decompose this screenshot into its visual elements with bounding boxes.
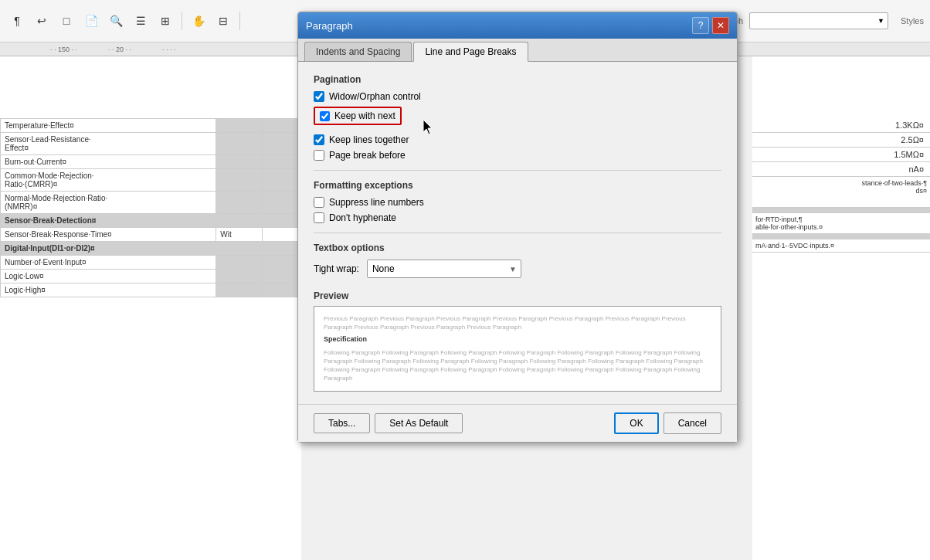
dialog-help-button[interactable]: ?: [692, 17, 709, 34]
preview-label: Preview: [314, 290, 721, 301]
dialog-tabs: Indents and Spacing Line and Page Breaks: [298, 39, 737, 62]
page-break-before-row: Page break before: [314, 150, 721, 161]
suppress-line-numbers-label[interactable]: Suppress line numbers: [329, 197, 424, 208]
preview-following-para: Following Paragraph Following Paragraph …: [324, 348, 711, 383]
table-cell: [216, 133, 263, 155]
right-values-container: 1.3KΩ¤ 2.5Ω¤ 1.5MΩ¤ nA¤ stance·of·two·le…: [752, 118, 930, 253]
widow-orphan-row: Widow/Orphan control: [314, 91, 721, 102]
toolbar-undo-btn[interactable]: ↩: [31, 10, 53, 32]
section-divider-2: [314, 232, 721, 233]
section-divider-1: [314, 170, 721, 171]
table-row: Logic·Low¤: [1, 270, 301, 283]
preview-main-text: Specification: [324, 334, 711, 345]
table-row: Temperature·Effect¤: [1, 119, 301, 133]
keep-lines-together-row: Keep lines together: [314, 134, 721, 145]
tab-indents-spacing[interactable]: Indents and Spacing: [304, 42, 412, 61]
table-cell: [263, 270, 301, 283]
paragraph-dialog: Paragraph ? ✕ Indents and Spacing Line a…: [297, 12, 738, 443]
toolbar-new-btn[interactable]: 📄: [80, 10, 102, 32]
table-row: Logic·High¤: [1, 283, 301, 297]
tabs-button[interactable]: Tabs...: [314, 413, 370, 433]
toolbar-grid-btn[interactable]: ⊟: [212, 10, 234, 32]
suppress-line-numbers-row: Suppress line numbers: [314, 197, 721, 208]
toolbar-paragraph-btn[interactable]: ¶: [6, 10, 28, 32]
ok-button[interactable]: OK: [614, 412, 658, 434]
table-cell: [216, 270, 263, 283]
table-cell: Sensor·Lead·Resistance·Effect¤: [1, 133, 216, 155]
table-cell: Logic·High¤: [1, 283, 216, 297]
toolbar-list-btn[interactable]: ☰: [130, 10, 151, 32]
table-cell: [216, 192, 263, 214]
widow-orphan-checkbox[interactable]: [314, 91, 324, 102]
right-value-row: stance·of·two·leads·¶ds¤: [752, 177, 930, 208]
toolbar-separator: [182, 12, 182, 30]
table-cell: [263, 119, 301, 133]
toolbar-separator-2: [239, 12, 240, 30]
table-cell: [263, 133, 301, 155]
page-break-before-label[interactable]: Page break before: [329, 150, 406, 161]
tight-wrap-row: Tight wrap: None All First and last only…: [314, 260, 721, 278]
tight-wrap-select[interactable]: None All First and last only First only …: [367, 260, 521, 278]
suppress-line-numbers-checkbox[interactable]: [314, 197, 324, 208]
table-cell: Common·Mode·Rejection·Ratio·(CMRR)¤: [1, 169, 216, 192]
preview-section: Preview Previous Paragraph Previous Para…: [314, 290, 721, 392]
tab-line-page-breaks[interactable]: Line and Page Breaks: [413, 42, 528, 62]
toolbar-table-btn[interactable]: ⊞: [154, 10, 176, 32]
paragraph-select[interactable]: ▼: [749, 12, 888, 29]
dialog-close-button[interactable]: ✕: [712, 17, 729, 34]
table-row: Sensor·Lead·Resistance·Effect¤: [1, 133, 301, 155]
table-row: Burn-out·Current¤: [1, 155, 301, 169]
dont-hyphenate-label[interactable]: Don't hyphenate: [329, 212, 396, 223]
toolbar-styles-label: Styles: [901, 16, 924, 25]
table-cell: [263, 192, 301, 214]
table-cell: [263, 169, 301, 192]
dialog-title: Paragraph: [306, 20, 353, 32]
table-cell: [216, 169, 263, 192]
keep-with-next-checkbox[interactable]: [320, 111, 330, 121]
table-cell: Sensor·Break·Response·Time¤: [1, 228, 216, 242]
tight-wrap-label: Tight wrap:: [314, 263, 359, 274]
keep-with-next-label[interactable]: Keep with next: [334, 110, 395, 121]
tight-wrap-select-wrapper: None All First and last only First only …: [367, 260, 521, 278]
dont-hyphenate-checkbox[interactable]: [314, 212, 324, 223]
table-cell: [263, 228, 301, 242]
ruler-mark-20: · · 20 · ·: [108, 46, 131, 53]
right-value-row: mA·and·1-·5VDC·inputs.¤: [752, 239, 930, 253]
table-row: Common·Mode·Rejection·Ratio·(CMRR)¤: [1, 169, 301, 192]
right-value-row: 1.3KΩ¤: [752, 118, 930, 133]
keep-with-next-container: Keep with next: [314, 107, 721, 130]
cancel-button[interactable]: Cancel: [664, 412, 721, 434]
footer-right-buttons: OK Cancel: [614, 412, 721, 434]
table-cell: [263, 256, 301, 270]
keep-with-next-highlight: Keep with next: [314, 107, 402, 125]
table-row: Sensor·Break·Response·Time¤ Wit: [1, 228, 301, 242]
right-value-row: nA¤: [752, 162, 930, 177]
table-cell: [216, 119, 263, 133]
table-cell: [216, 256, 263, 270]
dialog-title-bar: Paragraph ? ✕: [298, 12, 737, 39]
keep-lines-together-label[interactable]: Keep lines together: [329, 134, 409, 145]
table-cell: Logic·Low¤: [1, 270, 216, 283]
table-cell: [216, 155, 263, 169]
document-right-content: 1.3KΩ¤ 2.5Ω¤ 1.5MΩ¤ nA¤ stance·of·two·le…: [752, 56, 930, 560]
table-cell: Number·of·Event·Input¤: [1, 256, 216, 270]
widow-orphan-label[interactable]: Widow/Orphan control: [329, 91, 421, 102]
toolbar-search-btn[interactable]: 🔍: [105, 10, 127, 32]
table-row: Normal·Mode·Rejection·Ratio·(NMRR)¤: [1, 192, 301, 214]
table-cell: Temperature·Effect¤: [1, 119, 216, 133]
table-cell: [263, 283, 301, 297]
right-value-row: for·RTD·input,¶able·for·other·inputs.¤: [752, 213, 930, 234]
toolbar-window-btn[interactable]: □: [56, 10, 77, 32]
document-left-content: Temperature·Effect¤ Sensor·Lead·Resistan…: [0, 56, 301, 560]
table-cell: Burn-out·Current¤: [1, 155, 216, 169]
table-row: Number·of·Event·Input¤: [1, 256, 301, 270]
ruler-mark: · · · ·: [162, 46, 176, 53]
page-break-before-checkbox[interactable]: [314, 150, 324, 161]
textbox-options-label: Textbox options: [314, 243, 721, 253]
keep-lines-together-checkbox[interactable]: [314, 134, 324, 145]
set-as-default-button[interactable]: Set As Default: [375, 413, 463, 433]
preview-previous-para: Previous Paragraph Previous Paragraph Pr…: [324, 314, 711, 331]
footer-left-buttons: Tabs... Set As Default: [314, 413, 463, 433]
preview-box: Previous Paragraph Previous Paragraph Pr…: [314, 306, 721, 392]
toolbar-hand-btn[interactable]: ✋: [188, 10, 209, 32]
